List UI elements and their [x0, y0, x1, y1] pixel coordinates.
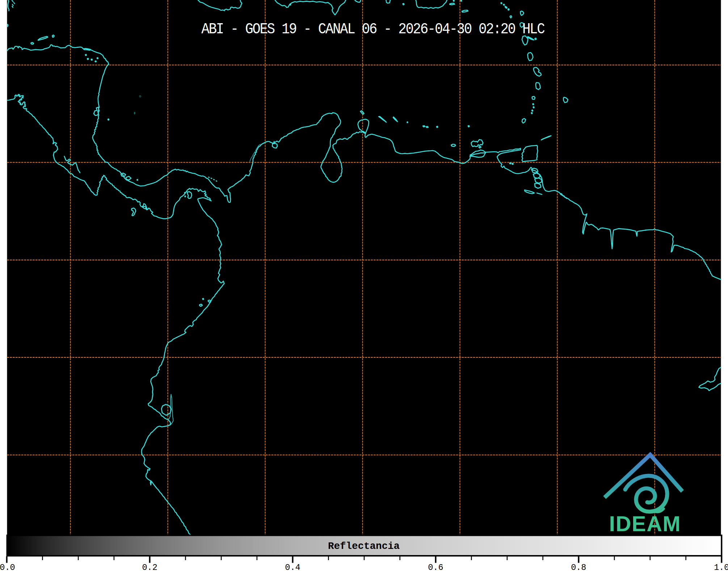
svg-text:0.4: 0.4 — [285, 563, 300, 571]
svg-text:0.6: 0.6 — [428, 563, 443, 571]
svg-text:0.8: 0.8 — [571, 563, 586, 571]
svg-text:0.2: 0.2 — [142, 563, 157, 571]
svg-text:IDEAM: IDEAM — [609, 512, 681, 536]
svg-text:1.0: 1.0 — [714, 563, 728, 571]
svg-text:0.0: 0.0 — [0, 563, 15, 571]
svg-text:Reflectancia: Reflectancia — [328, 541, 400, 552]
svg-text:ABI - GOES 19 - CANAL 06 - 202: ABI - GOES 19 - CANAL 06 - 2026-04-30 02… — [201, 20, 544, 38]
